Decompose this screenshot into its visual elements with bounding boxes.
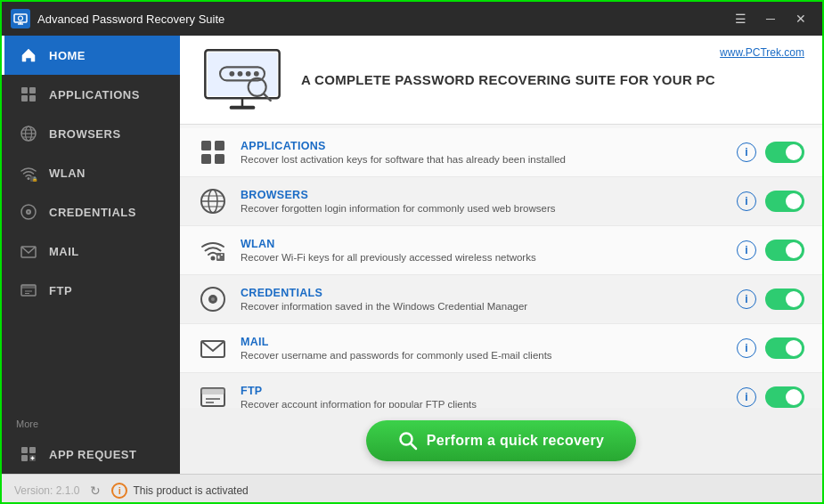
sidebar-item-browsers[interactable]: BROWSERS bbox=[2, 114, 180, 153]
feature-wlan-toggle[interactable] bbox=[765, 240, 804, 261]
content-header: A COMPLETE PASSWORD RECOVERING SUITE FOR… bbox=[180, 36, 822, 125]
monitor-illustration bbox=[198, 46, 287, 113]
version-area: Version: 2.1.0 ↻ bbox=[14, 482, 104, 500]
sidebar-item-browsers-label: BROWSERS bbox=[49, 127, 121, 141]
window-controls: ☰ ─ ✕ bbox=[728, 10, 813, 28]
status-message: This product is activated bbox=[133, 484, 248, 497]
feature-credentials-info[interactable]: i bbox=[737, 289, 756, 309]
applications-icon bbox=[19, 85, 38, 104]
sidebar-item-credentials[interactable]: CREDENTIALS bbox=[2, 192, 180, 232]
feature-mail-toggle[interactable] bbox=[765, 337, 804, 359]
svg-rect-6 bbox=[21, 95, 28, 102]
svg-point-1 bbox=[19, 16, 23, 20]
svg-rect-4 bbox=[21, 87, 28, 93]
feature-mail-desc: Recover username and passwords for commo… bbox=[241, 350, 724, 361]
feature-item-mail: MAIL Recover username and passwords for … bbox=[180, 324, 822, 373]
feature-ftp-desc: Recover account information for popular … bbox=[241, 399, 724, 408]
status-bar: Version: 2.1.0 ↻ i This product is activ… bbox=[2, 474, 822, 504]
feature-applications-desc: Recover lost activation keys for softwar… bbox=[241, 154, 724, 165]
feature-ftp-text: FTP Recover account information for popu… bbox=[241, 385, 724, 408]
svg-point-13 bbox=[28, 177, 30, 180]
svg-rect-41 bbox=[201, 141, 211, 150]
feature-browsers-info[interactable]: i bbox=[737, 191, 756, 211]
refresh-icon[interactable]: ↻ bbox=[86, 482, 104, 500]
sidebar-item-credentials-label: CREDENTIALS bbox=[49, 206, 136, 219]
feature-wlan-info[interactable]: i bbox=[737, 240, 756, 260]
sidebar-item-mail-label: MAIL bbox=[49, 245, 79, 258]
close-button[interactable]: ✕ bbox=[788, 10, 813, 28]
svg-rect-24 bbox=[21, 447, 28, 453]
recovery-button-label: Perform a quick recovery bbox=[427, 433, 604, 449]
feature-browsers-icon bbox=[198, 186, 228, 216]
sidebar-item-applications[interactable]: APPLICATIONS bbox=[2, 75, 180, 114]
svg-point-36 bbox=[254, 71, 259, 77]
feature-applications-title: APPLICATIONS bbox=[241, 140, 724, 152]
credentials-icon bbox=[19, 202, 38, 222]
feature-item-applications: APPLICATIONS Recover lost activation key… bbox=[180, 128, 822, 177]
feature-applications-info[interactable]: i bbox=[737, 142, 756, 162]
feature-mail-icon bbox=[198, 333, 228, 363]
feature-browsers-desc: Recover forgotten login information for … bbox=[241, 203, 724, 214]
feature-mail-actions: i bbox=[737, 337, 804, 359]
sidebar-more-label: More bbox=[2, 413, 180, 435]
svg-rect-7 bbox=[29, 95, 36, 102]
feature-mail-title: MAIL bbox=[241, 336, 724, 348]
sidebar-item-app-request-label: APP REQUEST bbox=[49, 448, 136, 461]
sidebar-item-ftp-label: FTP bbox=[49, 284, 72, 297]
feature-ftp-info[interactable]: i bbox=[737, 387, 756, 407]
app-icon bbox=[11, 9, 30, 28]
feature-item-credentials: CREDENTIALS Recover information saved in… bbox=[180, 275, 822, 324]
sidebar-item-home[interactable]: HOME bbox=[2, 36, 180, 75]
svg-rect-25 bbox=[29, 447, 36, 453]
svg-rect-52 bbox=[218, 256, 220, 259]
recovery-section: Perform a quick recovery bbox=[180, 408, 822, 474]
feature-mail-text: MAIL Recover username and passwords for … bbox=[241, 336, 724, 361]
search-icon bbox=[398, 431, 418, 451]
browsers-icon bbox=[19, 124, 38, 143]
minimize-button[interactable]: ─ bbox=[758, 10, 783, 28]
svg-rect-26 bbox=[21, 455, 28, 461]
main-layout: HOME APPLICATIONS bbox=[2, 36, 822, 474]
feature-item-ftp: FTP Recover account information for popu… bbox=[180, 373, 822, 408]
mail-icon bbox=[19, 241, 38, 261]
feature-browsers-text: BROWSERS Recover forgotten login informa… bbox=[241, 189, 724, 214]
feature-ftp-toggle[interactable] bbox=[765, 386, 804, 408]
sidebar-item-ftp[interactable]: FTP bbox=[2, 271, 180, 310]
feature-credentials-actions: i bbox=[737, 289, 804, 310]
sidebar-item-mail[interactable]: MAIL bbox=[2, 232, 180, 271]
feature-credentials-icon bbox=[198, 284, 228, 314]
feature-ftp-title: FTP bbox=[241, 385, 724, 397]
perform-recovery-button[interactable]: Perform a quick recovery bbox=[366, 420, 636, 461]
svg-rect-43 bbox=[201, 154, 211, 164]
sidebar-item-app-request[interactable]: APP REQUEST bbox=[2, 435, 180, 474]
feature-credentials-toggle[interactable] bbox=[765, 289, 804, 310]
svg-rect-0 bbox=[14, 14, 27, 22]
svg-rect-53 bbox=[221, 255, 223, 256]
sidebar-item-wlan[interactable]: 🔒 WLAN bbox=[2, 153, 180, 192]
sidebar-item-applications-label: APPLICATIONS bbox=[49, 88, 140, 102]
svg-rect-40 bbox=[230, 106, 255, 110]
feature-applications-icon bbox=[198, 137, 228, 167]
feature-mail-info[interactable]: i bbox=[737, 338, 756, 358]
svg-line-63 bbox=[411, 443, 416, 449]
feature-applications-toggle[interactable] bbox=[765, 142, 804, 163]
sidebar-item-home-label: HOME bbox=[49, 49, 86, 62]
menu-button[interactable]: ☰ bbox=[728, 10, 753, 28]
svg-point-56 bbox=[211, 297, 215, 301]
title-bar: Advanced Password Recovery Suite ☰ ─ ✕ bbox=[2, 2, 822, 36]
svg-point-33 bbox=[229, 71, 234, 77]
feature-wlan-actions: i bbox=[737, 240, 804, 261]
feature-browsers-toggle[interactable] bbox=[765, 191, 804, 212]
content-area: A COMPLETE PASSWORD RECOVERING SUITE FOR… bbox=[180, 36, 822, 474]
header-tagline: A COMPLETE PASSWORD RECOVERING SUITE FOR… bbox=[301, 72, 715, 87]
feature-credentials-desc: Recover information saved in the Windows… bbox=[241, 301, 724, 312]
home-icon bbox=[19, 45, 38, 65]
status-info-icon: i bbox=[111, 483, 127, 499]
svg-point-50 bbox=[211, 256, 216, 261]
app-title: Advanced Password Recovery Suite bbox=[37, 12, 728, 26]
feature-item-browsers: BROWSERS Recover forgotten login informa… bbox=[180, 177, 822, 226]
sidebar: HOME APPLICATIONS bbox=[2, 36, 180, 474]
feature-browsers-actions: i bbox=[737, 191, 804, 212]
feature-list: APPLICATIONS Recover lost activation key… bbox=[180, 125, 822, 408]
website-link[interactable]: www.PCTrek.com bbox=[720, 46, 804, 59]
